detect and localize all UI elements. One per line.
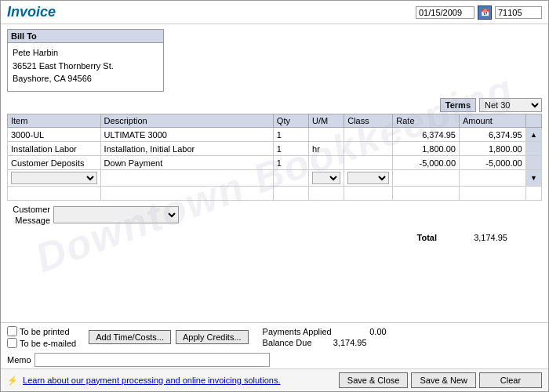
- invoice-title: Invoice: [7, 4, 56, 20]
- scroll-col: [525, 114, 541, 128]
- print-checkbox[interactable]: [7, 326, 17, 336]
- row3-qty[interactable]: 1: [273, 156, 308, 170]
- calendar-button[interactable]: 📅: [478, 5, 492, 20]
- action-bar: To be printed To be e-mailed Add Time/Co…: [1, 322, 548, 351]
- col-class: Class: [344, 114, 393, 128]
- scroll-down-btn[interactable]: ▼: [525, 170, 541, 187]
- scroll-mid2-btn[interactable]: [525, 156, 541, 170]
- row2-description[interactable]: Installation, Initial Labor: [100, 142, 273, 156]
- scroll-up-btn[interactable]: ▲: [525, 128, 541, 142]
- balance-due-value: 3,174.95: [320, 338, 367, 347]
- customer-address1: 36521 East Thornberry St.: [13, 60, 158, 73]
- clear-button[interactable]: Clear: [479, 372, 542, 388]
- memo-input[interactable]: [35, 353, 270, 367]
- print-label: To be printed: [20, 327, 70, 336]
- col-description: Description: [100, 114, 273, 128]
- col-rate: Rate: [393, 114, 460, 128]
- balance-due-label: Balance Due: [263, 338, 312, 347]
- total-label: Total: [417, 233, 437, 242]
- row1-rate[interactable]: 6,374.95: [393, 128, 460, 142]
- row2-class[interactable]: [344, 142, 393, 156]
- row3-item[interactable]: Customer Deposits: [8, 156, 101, 170]
- save-new-button[interactable]: Save & New: [411, 372, 476, 388]
- class-dropdown[interactable]: [347, 172, 389, 184]
- email-checkbox[interactable]: [7, 338, 17, 348]
- row3-amount[interactable]: -5,000.00: [460, 156, 526, 170]
- row2-qty[interactable]: 1: [273, 142, 308, 156]
- customer-message-select[interactable]: [53, 206, 179, 223]
- customer-message-label: CustomerMessage: [7, 204, 50, 227]
- payment-info-link[interactable]: Learn about our payment processing and o…: [23, 376, 280, 385]
- row1-amount[interactable]: 6,374.95: [460, 128, 526, 142]
- memo-row: Memo: [1, 351, 548, 368]
- row3-um[interactable]: [309, 156, 344, 170]
- date-input[interactable]: [416, 6, 474, 19]
- table-row: 3000-UL ULTIMATE 3000 1 6,374.95 6,374.9…: [8, 128, 542, 142]
- row2-amount[interactable]: 1,800.00: [460, 142, 526, 156]
- row3-class[interactable]: [344, 156, 393, 170]
- scroll-mid-btn[interactable]: [525, 142, 541, 156]
- customer-address2: Bayshore, CA 94566: [13, 72, 158, 85]
- payments-applied-value: 0.00: [340, 327, 387, 336]
- col-amount: Amount: [460, 114, 526, 128]
- col-item: Item: [8, 114, 101, 128]
- col-um: U/M: [309, 114, 344, 128]
- row1-description[interactable]: ULTIMATE 3000: [100, 128, 273, 142]
- terms-select[interactable]: Net 30 Net 15 Due on receipt: [479, 98, 542, 112]
- invoice-number-input[interactable]: [495, 6, 542, 19]
- total-value: 3,174.95: [453, 233, 507, 242]
- memo-label: Memo: [7, 355, 31, 365]
- row1-qty[interactable]: 1: [273, 128, 308, 142]
- row2-rate[interactable]: 1,800.00: [393, 142, 460, 156]
- apply-credits-button[interactable]: Apply Credits...: [176, 330, 249, 344]
- table-row-empty: ▼: [8, 170, 542, 187]
- bill-to-box: Bill To Pete Harbin 36521 East Thornberr…: [7, 29, 164, 92]
- save-close-button[interactable]: Save & Close: [339, 372, 409, 388]
- footer: ⚡ Learn about our payment processing and…: [1, 368, 548, 391]
- table-row: Customer Deposits Down Payment 1 -5,000.…: [8, 156, 542, 170]
- row3-rate[interactable]: -5,000.00: [393, 156, 460, 170]
- um-dropdown[interactable]: [312, 172, 340, 184]
- email-label: To be e-mailed: [20, 339, 76, 348]
- row1-class[interactable]: [344, 128, 393, 142]
- row3-description[interactable]: Down Payment: [100, 156, 273, 170]
- row2-item[interactable]: Installation Labor: [8, 142, 101, 156]
- payments-applied-label: Payments Applied: [263, 327, 332, 336]
- bill-to-label: Bill To: [8, 30, 163, 43]
- row1-item[interactable]: 3000-UL: [8, 128, 101, 142]
- col-qty: Qty: [273, 114, 308, 128]
- lightning-icon: ⚡: [7, 376, 18, 385]
- terms-label: Terms: [440, 98, 476, 112]
- table-row-spacer: [8, 187, 542, 201]
- row2-um[interactable]: hr: [309, 142, 344, 156]
- table-row: Installation Labor Installation, Initial…: [8, 142, 542, 156]
- customer-name: Pete Harbin: [13, 46, 158, 60]
- add-time-costs-button[interactable]: Add Time/Costs...: [89, 330, 171, 344]
- items-table: Item Description Qty U/M Class Rate Amou…: [7, 114, 542, 201]
- item-dropdown[interactable]: [11, 172, 97, 184]
- row1-um[interactable]: [309, 128, 344, 142]
